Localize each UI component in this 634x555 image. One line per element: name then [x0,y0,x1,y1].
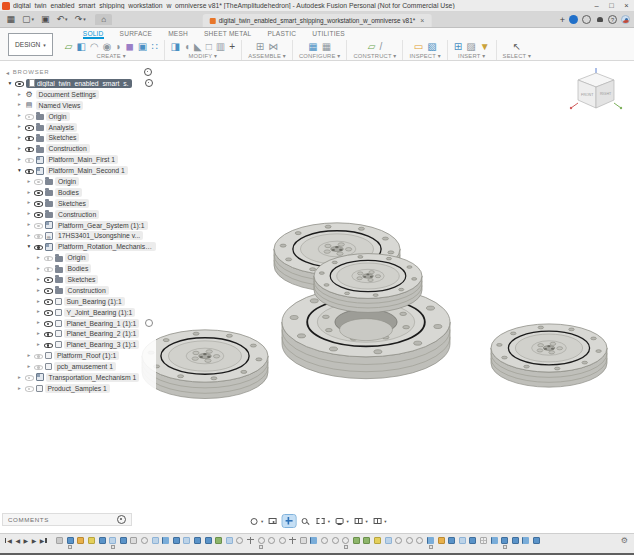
look-at-icon[interactable] [266,515,279,527]
expand-arrow-icon[interactable]: ▸ [17,124,23,130]
loft-icon[interactable]: ◗ [115,42,121,52]
expand-arrow-icon[interactable]: ▾ [7,81,13,87]
expand-arrow-icon[interactable]: ▸ [26,211,32,217]
tree-item-planet-bearing-3-1-1[interactable]: ▸Planet_Bearing_3 (1):1 [2,339,156,350]
viewcube[interactable]: FRONT RIGHT [568,67,624,117]
measure-icon[interactable]: ▭ [414,42,423,52]
tree-item-product-samples-1[interactable]: ▸Product_Samples 1 [2,383,156,394]
tree-item-named-views[interactable]: ▸Named Views [2,100,156,111]
visibility-eye-icon[interactable] [44,319,53,327]
visibility-eye-icon[interactable] [34,177,43,185]
orbit-icon[interactable] [248,515,261,527]
timeline-settings-gear-icon[interactable]: ⚙ [621,537,628,545]
skip-to-end-button[interactable]: ▶ [40,538,47,544]
expand-arrow-icon[interactable]: ▸ [36,299,42,305]
timeline-feature[interactable] [225,537,233,550]
tree-item-bodies[interactable]: ▸Bodies [2,187,156,198]
radio-badge-icon[interactable] [145,79,153,87]
tab-solid[interactable]: SOLID [83,30,104,39]
timeline-feature[interactable] [236,537,244,550]
timeline-feature[interactable] [172,537,180,550]
timeline-feature[interactable] [427,537,435,550]
construction-plane-icon[interactable]: ▱ [368,42,376,52]
fit-icon[interactable] [314,515,327,527]
tree-item-transportation-mechanism-1[interactable]: ▸Transportation_Mechanism 1 [2,372,156,383]
expand-arrow-icon[interactable]: ▸ [36,255,42,261]
profile-avatar[interactable] [621,15,630,24]
save-icon[interactable]: ▣ [41,15,50,24]
timeline-feature[interactable] [151,537,159,550]
document-tab[interactable]: digital_twin_enabled_smart_shipping_work… [203,14,432,27]
timeline-feature[interactable] [246,537,254,550]
viewports-icon[interactable] [371,515,384,527]
insert-derive-icon[interactable]: ⊞ [454,42,462,52]
insert-dxf-icon[interactable]: ▼ [480,42,490,52]
new-tab-button[interactable]: + [560,15,565,25]
timeline-feature[interactable] [479,537,487,550]
combine-icon[interactable]: ▥ [216,42,225,52]
expand-arrow-icon[interactable]: ▸ [17,375,23,381]
timeline-feature[interactable] [310,537,318,550]
timeline-feature[interactable] [215,537,223,550]
timeline-feature[interactable] [352,537,360,550]
visibility-eye-icon[interactable] [34,243,43,251]
timeline-feature[interactable] [119,537,127,550]
timeline-feature[interactable] [257,537,265,550]
visibility-eye-icon[interactable] [34,199,43,207]
chamfer-icon[interactable]: ◣ [194,42,202,52]
tree-item-planet-bearing-2-1-1[interactable]: ▸Planet_Bearing_2 (1):1 [2,328,156,339]
timeline-feature[interactable] [140,537,148,550]
visibility-eye-icon[interactable] [15,79,24,87]
tab-plastic[interactable]: PLASTIC [267,30,296,39]
visibility-eye-icon[interactable] [25,123,34,131]
expand-arrow-icon[interactable]: ▸ [26,179,32,185]
tree-item-planet-bearing-1-1-1[interactable]: ▸Planet_Bearing_1 (1):1 [2,318,156,329]
visibility-eye-icon[interactable] [44,341,53,349]
minimize-button[interactable]: – [589,0,604,11]
tab-utilities[interactable]: UTILITIES [312,30,345,39]
file-new-icon[interactable]: ▢▾ [22,15,34,24]
timeline-feature[interactable] [395,537,403,550]
visibility-eye-icon[interactable] [44,275,53,283]
timeline-feature[interactable] [204,537,212,550]
press-pull-icon[interactable]: ◨ [171,42,180,52]
chevron-down-icon[interactable]: ▾ [347,519,349,524]
circle-badge-icon[interactable] [145,319,153,327]
ribbon-group-label[interactable]: INSPECT ▾ [409,53,440,60]
timeline-feature[interactable] [532,537,540,550]
job-status-icon[interactable] [582,15,591,24]
tree-item-17hs3401-usongshine-v[interactable]: ▸17HS3401_Usongshine v... [2,230,156,241]
expand-arrow-icon[interactable]: ▸ [17,92,23,98]
tree-item-platform-main-first-1[interactable]: ▸Platform_Main_First 1 [2,154,156,165]
ribbon-group-label[interactable]: CONSTRUCT ▾ [353,53,396,60]
skip-to-start-button[interactable]: ◀ [5,538,12,544]
extensions-icon[interactable] [569,15,578,24]
chevron-down-icon[interactable]: ▾ [328,519,330,524]
tab-sheet-metal[interactable]: SHEET METAL [204,30,251,39]
configuration-table-icon[interactable]: ▦ [308,42,317,52]
visibility-eye-icon[interactable] [34,232,43,240]
visibility-eye-icon[interactable] [25,134,34,142]
ribbon-group-label[interactable]: INSERT ▾ [458,53,485,60]
visibility-eye-icon[interactable] [34,363,43,371]
timeline-feature[interactable] [56,537,64,550]
tree-item-document-settings[interactable]: ▸Document Settings [2,89,156,100]
ribbon-group-label[interactable]: SELECT ▾ [503,53,532,60]
move-copy-icon[interactable]: + [229,42,235,52]
timeline-feature[interactable] [416,537,424,550]
timeline-feature[interactable] [183,537,191,550]
expand-arrow-icon[interactable]: ▾ [17,168,23,174]
timeline-feature[interactable] [331,537,339,550]
expand-arrow-icon[interactable]: ▸ [36,320,42,326]
visibility-eye-icon[interactable] [44,308,53,316]
expand-arrow-icon[interactable]: ▸ [26,353,32,359]
timeline-feature[interactable] [321,537,329,550]
help-icon[interactable]: ? [608,15,617,24]
visibility-eye-icon[interactable] [34,188,43,196]
bearing-disc-5[interactable] [491,324,607,387]
visibility-eye-icon[interactable] [25,167,34,175]
visibility-eye-icon[interactable] [34,210,43,218]
chevron-down-icon[interactable]: ▾ [384,519,386,524]
visibility-eye-icon[interactable] [25,384,34,392]
visibility-eye-icon[interactable] [25,145,34,153]
